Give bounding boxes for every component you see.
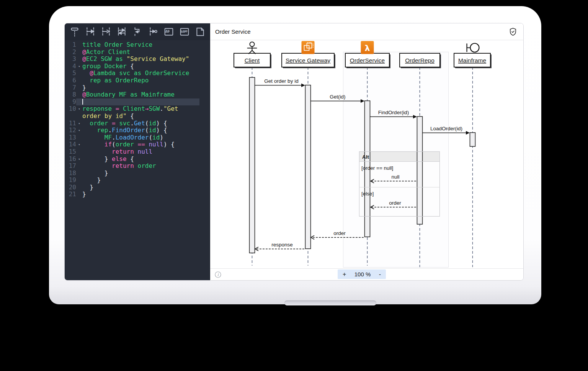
message-label: null bbox=[391, 174, 399, 180]
code-line[interactable]: 8@Boundary MF as Mainframe bbox=[65, 91, 210, 98]
code-text[interactable]: } bbox=[82, 184, 198, 191]
diagram-canvas[interactable]: Alt [order == null] [else] Get order by … bbox=[210, 40, 523, 268]
alt-fragment-icon[interactable]: Alt bbox=[163, 26, 175, 38]
lifeline-title-icon[interactable] bbox=[69, 26, 81, 38]
fold-marker-icon[interactable]: ▾ bbox=[76, 120, 82, 127]
code-text[interactable]: rep.FindOrder(id) { bbox=[82, 127, 198, 134]
message-solid-arrow-icon[interactable] bbox=[84, 26, 96, 38]
code-text[interactable]: return order bbox=[82, 163, 198, 170]
code-text[interactable]: } bbox=[82, 84, 198, 92]
code-line[interactable]: 9 bbox=[65, 98, 210, 106]
line-number: 16 bbox=[65, 156, 76, 163]
line-number: 19 bbox=[65, 177, 76, 184]
shield-check-icon[interactable] bbox=[508, 26, 518, 37]
code-line[interactable]: 17 return order bbox=[65, 163, 210, 170]
loop-fragment-icon[interactable]: Loop bbox=[178, 26, 191, 38]
code-line[interactable]: 15 return null bbox=[65, 148, 210, 156]
lambda-icon: λ bbox=[361, 41, 374, 54]
line-number: 3 bbox=[65, 56, 76, 63]
diagram-statusbar: i + 100 % - bbox=[210, 268, 523, 280]
code-text[interactable]: } bbox=[82, 170, 198, 177]
self-message-icon[interactable] bbox=[131, 26, 144, 38]
code-line[interactable]: 14▾ if(order == null) { bbox=[65, 141, 210, 148]
line-number: 10 bbox=[65, 105, 76, 120]
code-line[interactable]: 10▾response = Client→SGW."Get order by i… bbox=[65, 105, 210, 120]
zoom-control: + 100 % - bbox=[338, 269, 386, 279]
code-text[interactable]: return null bbox=[82, 148, 198, 156]
fold-gutter bbox=[76, 170, 82, 177]
line-number: 14 bbox=[65, 141, 76, 148]
code-line[interactable]: 2@Actor Client bbox=[65, 49, 210, 56]
info-icon[interactable]: i bbox=[215, 271, 221, 278]
code-text[interactable]: order = svc.Get(id) { bbox=[82, 120, 198, 127]
code-text[interactable]: } else { bbox=[82, 156, 198, 163]
alt-guard-1: [order == null] bbox=[361, 165, 393, 171]
actor-label: OrderService bbox=[350, 57, 385, 64]
message-label: order bbox=[333, 230, 346, 236]
actor-box-client: Client bbox=[234, 53, 271, 68]
code-line[interactable]: 6 rep as OrderRepo bbox=[65, 77, 210, 84]
fold-marker-icon[interactable]: ▾ bbox=[76, 127, 82, 134]
note-icon[interactable] bbox=[194, 26, 206, 38]
code-text[interactable]: rep as OrderRepo bbox=[82, 77, 198, 84]
code-text[interactable]: MF.LoadOrder(id) bbox=[82, 134, 198, 141]
message-label: LoadOrder(id) bbox=[430, 126, 462, 131]
code-text[interactable]: @Lambda svc as OrderService bbox=[82, 70, 198, 77]
fold-marker-icon[interactable]: ▾ bbox=[76, 156, 82, 163]
line-number: 11 bbox=[65, 120, 76, 127]
found-message-icon[interactable] bbox=[147, 26, 159, 38]
code-line[interactable]: 4▾group Docker { bbox=[65, 63, 210, 70]
code-text[interactable] bbox=[82, 98, 198, 106]
code-text[interactable]: response = Client→SGW."Get order by id" … bbox=[82, 105, 198, 120]
code-line[interactable]: 5 @Lambda svc as OrderService bbox=[65, 70, 210, 77]
code-text[interactable]: @Boundary MF as Mainframe bbox=[82, 91, 198, 98]
line-number: 6 bbox=[65, 77, 76, 84]
line-number: 20 bbox=[65, 184, 76, 191]
code-line[interactable]: 18 } bbox=[65, 170, 210, 177]
app-window: Alt Loop 1title Order Service2@Actor Cli… bbox=[64, 23, 524, 281]
code-line[interactable]: 3@EC2 SGW as "Service Gateway" bbox=[65, 56, 210, 63]
code-text[interactable]: } bbox=[82, 177, 198, 184]
code-line[interactable]: 13 MF.LoadOrder(id) bbox=[65, 134, 210, 141]
fold-gutter bbox=[76, 41, 82, 49]
code-text[interactable]: if(order == null) { bbox=[82, 141, 198, 148]
code-editor[interactable]: 1title Order Service2@Actor Client3@EC2 … bbox=[65, 40, 210, 280]
code-text[interactable]: title Order Service bbox=[82, 41, 198, 49]
message-call-return-icon[interactable] bbox=[116, 26, 128, 38]
fold-gutter bbox=[76, 163, 82, 170]
diagram-header: Order Service bbox=[210, 23, 523, 40]
code-line[interactable]: 16▾ } else { bbox=[65, 156, 210, 163]
text-cursor bbox=[82, 99, 83, 105]
code-text[interactable]: group Docker { bbox=[82, 63, 198, 70]
code-text[interactable]: @Actor Client bbox=[82, 49, 198, 56]
code-line[interactable]: 20 } bbox=[65, 184, 210, 191]
line-number: 8 bbox=[65, 91, 76, 98]
fold-marker-icon[interactable]: ▾ bbox=[76, 63, 82, 70]
message-label: response bbox=[271, 242, 293, 248]
stick-figure-icon bbox=[248, 42, 257, 54]
message-label: Get(id) bbox=[330, 94, 345, 100]
fold-marker-icon[interactable]: ▾ bbox=[76, 105, 82, 120]
code-line[interactable]: 12▾ rep.FindOrder(id) { bbox=[65, 127, 210, 134]
actor-box-orderrepo: OrderRepo bbox=[400, 53, 441, 68]
fold-gutter bbox=[76, 84, 82, 92]
actor-box-service-gateway: Service Gateway bbox=[282, 53, 335, 68]
code-line[interactable]: 21} bbox=[65, 191, 210, 198]
fold-gutter bbox=[76, 98, 82, 106]
code-line[interactable]: 7} bbox=[65, 84, 210, 92]
fold-marker-icon[interactable]: ▾ bbox=[76, 141, 82, 148]
code-line[interactable]: 11▾ order = svc.Get(id) { bbox=[65, 120, 210, 127]
code-text[interactable]: @EC2 SGW as "Service Gateway" bbox=[82, 56, 198, 63]
code-text[interactable]: } bbox=[82, 191, 198, 198]
code-lines: 1title Order Service2@Actor Client3@EC2 … bbox=[65, 41, 210, 198]
line-number: 5 bbox=[65, 70, 76, 77]
zoom-out-button[interactable]: - bbox=[379, 271, 381, 278]
zoom-in-button[interactable]: + bbox=[343, 271, 346, 278]
actor-boxes[interactable]: Client Service Gateway OrderService bbox=[234, 53, 492, 68]
editor-panel: Alt Loop 1title Order Service2@Actor Cli… bbox=[65, 23, 210, 280]
fold-gutter bbox=[76, 49, 82, 56]
code-line[interactable]: 19 } bbox=[65, 177, 210, 184]
message-async-arrow-icon[interactable] bbox=[100, 26, 112, 38]
code-line[interactable]: 1title Order Service bbox=[65, 41, 210, 49]
fold-gutter bbox=[76, 148, 82, 156]
